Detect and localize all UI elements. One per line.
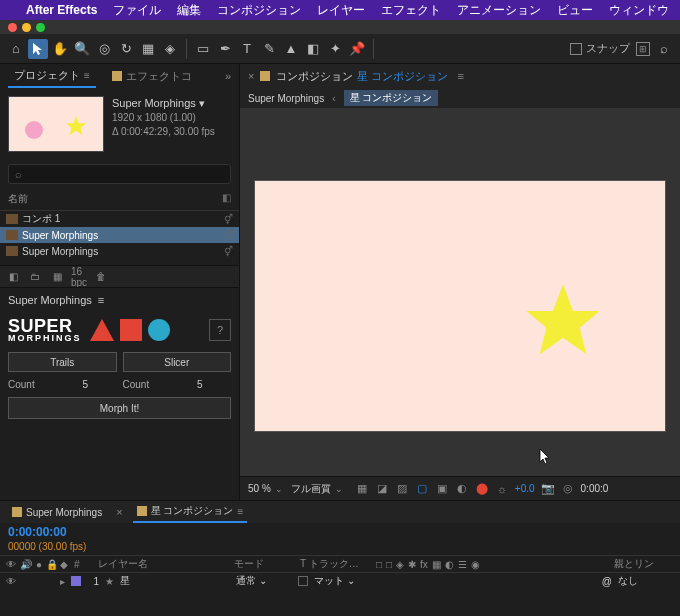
eye-icon[interactable]: 👁 — [6, 576, 16, 587]
viewer-area[interactable] — [240, 108, 680, 476]
channel-icon[interactable]: ▣ — [435, 482, 449, 496]
project-search-input[interactable]: ⌕ — [8, 164, 231, 184]
col-layer-name[interactable]: レイヤー名 — [98, 557, 228, 571]
blend-mode-dropdown[interactable]: 通常 ⌄ — [236, 574, 292, 588]
timecode-icon[interactable]: ◐ — [455, 482, 469, 496]
tab-close-icon[interactable]: × — [116, 506, 122, 518]
menu-effect[interactable]: エフェクト — [381, 2, 441, 19]
eraser-tool[interactable]: ◧ — [303, 39, 323, 59]
label-icon[interactable]: ◆ — [60, 559, 68, 570]
exposure-value[interactable]: +0.0 — [515, 483, 535, 494]
panel-menu-icon[interactable]: ≡ — [237, 506, 243, 517]
interpret-icon[interactable]: ◧ — [6, 270, 20, 284]
current-time[interactable]: 0:00:00:00 — [8, 525, 67, 539]
pan-behind-tool[interactable]: ◈ — [160, 39, 180, 59]
project-row-selected[interactable]: Super Morphings ⚥ — [0, 227, 239, 243]
pen-tool[interactable]: ✒ — [215, 39, 235, 59]
minimize-window-button[interactable] — [22, 23, 31, 32]
project-item-name[interactable]: Super Morphings ▾ — [112, 96, 215, 111]
menu-window[interactable]: ウィンドウ — [609, 2, 669, 19]
snapshot-icon[interactable]: 📷 — [541, 482, 555, 496]
star-layer[interactable] — [523, 281, 603, 361]
roto-tool[interactable]: ✦ — [325, 39, 345, 59]
rotate-tool[interactable]: ↻ — [116, 39, 136, 59]
menu-view[interactable]: ビュー — [557, 2, 593, 19]
tab-effects-controls[interactable]: エフェクトコ — [106, 66, 198, 87]
menu-layer[interactable]: レイヤー — [317, 2, 365, 19]
timeline-layer-row[interactable]: 👁 ▸ 1 ★ 星 通常 ⌄ マット ⌄ @ なし — [0, 573, 680, 589]
sm-slicer-button[interactable]: Slicer — [123, 352, 232, 372]
puppet-tool[interactable]: 📌 — [347, 39, 367, 59]
sm-trails-button[interactable]: Trails — [8, 352, 117, 372]
brush-tool[interactable]: ✎ — [259, 39, 279, 59]
track-matte-swatch[interactable] — [298, 576, 308, 586]
composition-canvas[interactable] — [255, 181, 665, 431]
home-icon[interactable]: ⌂ — [6, 39, 26, 59]
col-track-matte[interactable]: T トラック… — [300, 557, 370, 571]
mask-icon[interactable]: ◪ — [375, 482, 389, 496]
new-comp-icon[interactable]: ▦ — [50, 270, 64, 284]
menu-file[interactable]: ファイル — [113, 2, 161, 19]
transparency-icon[interactable]: ▨ — [395, 482, 409, 496]
lock-icon[interactable]: 🔒 — [46, 559, 58, 570]
crumb-current[interactable]: 星 コンポジション — [344, 90, 439, 106]
trash-icon[interactable]: 🗑 — [94, 270, 108, 284]
col-name[interactable]: 名前 — [8, 192, 28, 206]
reset-exposure-icon[interactable]: ☼ — [495, 482, 509, 496]
sm-count2-value[interactable]: 5 — [169, 379, 232, 390]
sm-help-button[interactable]: ? — [209, 319, 231, 341]
clone-tool[interactable]: ▲ — [281, 39, 301, 59]
zoom-window-button[interactable] — [36, 23, 45, 32]
audio-icon[interactable]: 🔊 — [20, 559, 32, 570]
sm-circle-button[interactable] — [148, 319, 170, 341]
eye-icon[interactable]: 👁 — [6, 559, 16, 570]
parent-dropdown[interactable]: なし — [618, 574, 674, 588]
track-matte-dropdown[interactable]: マット ⌄ — [314, 574, 380, 588]
hand-tool[interactable]: ✋ — [50, 39, 70, 59]
type-tool[interactable]: T — [237, 39, 257, 59]
panel-menu-icon[interactable]: ≡ — [458, 70, 464, 82]
layer-color-swatch[interactable] — [71, 576, 81, 586]
panel-menu-icon[interactable]: ≡ — [84, 70, 90, 81]
search-icon[interactable]: ⌕ — [654, 39, 674, 59]
parent-pickwhip-icon[interactable]: @ — [602, 576, 612, 587]
new-folder-icon[interactable]: 🗀 — [28, 270, 42, 284]
show-snapshot-icon[interactable]: ◎ — [561, 482, 575, 496]
timeline-tab-active[interactable]: 星 コンポジション ≡ — [133, 501, 248, 523]
panel-menu-icon[interactable]: ≡ — [98, 294, 104, 306]
col-parent[interactable]: 親とリン — [614, 557, 674, 571]
region-icon[interactable]: ▢ — [415, 482, 429, 496]
sm-morph-it-button[interactable]: Morph It! — [8, 397, 231, 419]
col-switches[interactable]: □□◈✱fx▦◐☰◉ — [376, 559, 608, 570]
quality-dropdown[interactable]: フル画質 — [291, 482, 343, 496]
selection-tool[interactable] — [28, 39, 48, 59]
shape-tool[interactable]: ▭ — [193, 39, 213, 59]
snap-checkbox[interactable] — [570, 43, 582, 55]
tabs-overflow[interactable]: » — [225, 70, 231, 82]
col-tags-icon[interactable]: ◧ — [222, 192, 231, 206]
close-tab-icon[interactable]: × — [248, 70, 254, 82]
sm-panel-title[interactable]: Super Morphings — [8, 294, 92, 306]
orbit-tool[interactable]: ◎ — [94, 39, 114, 59]
project-row[interactable]: Super Morphings ⚥ — [0, 243, 239, 259]
close-window-button[interactable] — [8, 23, 17, 32]
menu-app-name[interactable]: After Effects — [26, 3, 97, 17]
solo-icon[interactable]: ● — [36, 559, 42, 570]
menu-animation[interactable]: アニメーション — [457, 2, 541, 19]
menu-composition[interactable]: コンポジション — [217, 2, 301, 19]
project-row[interactable]: コンポ 1 ⚥ — [0, 211, 239, 227]
col-mode[interactable]: モード — [234, 557, 294, 571]
menu-edit[interactable]: 編集 — [177, 2, 201, 19]
tab-project[interactable]: プロジェクト≡ — [8, 65, 96, 88]
zoom-dropdown[interactable]: 50 % — [248, 483, 283, 494]
col-number[interactable]: # — [74, 559, 92, 570]
sm-square-button[interactable] — [120, 319, 142, 341]
sm-count1-value[interactable]: 5 — [54, 379, 117, 390]
grid-icon[interactable]: ▦ — [355, 482, 369, 496]
twirl-icon[interactable]: ▸ — [60, 576, 65, 587]
crumb-parent[interactable]: Super Morphings — [248, 93, 324, 104]
camera-tool[interactable]: ▦ — [138, 39, 158, 59]
snap-options-icon[interactable]: ⊞ — [636, 42, 650, 56]
zoom-tool[interactable]: 🔍 — [72, 39, 92, 59]
bpc-toggle[interactable]: 16 bpc — [72, 270, 86, 284]
